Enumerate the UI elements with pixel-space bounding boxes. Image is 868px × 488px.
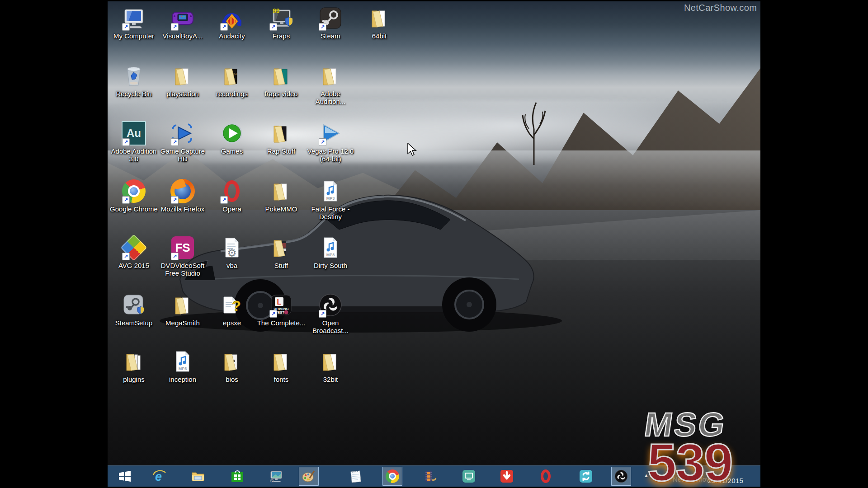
taskbar-item-notepad[interactable] bbox=[346, 467, 366, 486]
taskbar-item-internet-explorer[interactable]: e bbox=[150, 467, 170, 486]
desktop-icon-label: 64bit bbox=[372, 32, 387, 40]
desktop-icon-label: plugins bbox=[123, 375, 145, 383]
svg-text:MP3: MP3 bbox=[179, 366, 187, 371]
folder-video-icon bbox=[268, 63, 294, 89]
teal-monitor-icon bbox=[462, 469, 476, 483]
svg-text:⚙: ⚙ bbox=[227, 247, 237, 259]
taskbar-item-downloader[interactable] bbox=[497, 467, 517, 486]
desktop-icon-label: 32bit bbox=[323, 375, 338, 383]
desktop-icon-label: Games bbox=[221, 147, 243, 155]
desktop-icon-label: Fraps bbox=[273, 32, 290, 40]
mp3-file-icon: MP3 bbox=[317, 235, 344, 261]
desktop-icon-epsxe[interactable]: ?epsxe bbox=[208, 292, 256, 327]
desktop-icon-label: Audacity bbox=[219, 32, 245, 40]
desktop-icon-label: The Complete... bbox=[257, 319, 306, 327]
desktop-icon-games[interactable]: Games bbox=[208, 120, 256, 155]
shortcut-arrow-badge: ↗ bbox=[171, 196, 179, 204]
desktop-icon-64bit[interactable]: 64bit bbox=[355, 5, 404, 40]
folder-icon bbox=[268, 348, 294, 375]
desktop-icon-vegas-pro-12-0-64-bit[interactable]: ↗Vegas Pro 12.0 (64-bit) bbox=[306, 120, 355, 163]
desktop-icon-fraps[interactable]: 99 ↗Fraps bbox=[257, 5, 306, 40]
desktop-icon-inception[interactable]: MP3inception bbox=[158, 348, 207, 383]
desktop-icon-bios[interactable]: bios bbox=[208, 348, 256, 383]
desktop-icon-fraps-video[interactable]: fraps video bbox=[257, 63, 306, 98]
shortcut-arrow-badge: ↗ bbox=[122, 253, 130, 260]
desktop-icon-rap-stuff[interactable]: Rap Stuff bbox=[257, 120, 306, 155]
desktop-icon-recordings[interactable]: SOULS recordings bbox=[208, 63, 256, 98]
desktop-icon-visualboya[interactable]: ↗VisualBoyA... bbox=[158, 5, 207, 40]
taskbar-item-start[interactable] bbox=[115, 467, 135, 486]
obs-icon: ↗ bbox=[317, 292, 344, 318]
fraps-icon: 99 ↗ bbox=[268, 5, 294, 31]
desktop-icon-the-complete[interactable]: L DRIVING TEST ↗The Complete... bbox=[257, 292, 306, 327]
desktop-icon-label: SteamSetup bbox=[115, 319, 153, 327]
shortcut-arrow-badge: ↗ bbox=[171, 253, 179, 260]
desktop-icon-label: Adobe Audition... bbox=[306, 90, 355, 106]
folder-icon bbox=[317, 348, 344, 375]
desktop-icon-vba[interactable]: ⚙vba bbox=[208, 235, 256, 269]
free-studio-icon: FS↗ bbox=[170, 235, 196, 261]
taskbar-item-paint[interactable] bbox=[299, 467, 319, 486]
paint-palette-icon bbox=[302, 469, 316, 483]
desktop-icon-label: DVDVideoSoft Free Studio bbox=[158, 262, 207, 277]
mp3-file-icon: MP3 bbox=[170, 348, 196, 375]
desktop-icon-adobe-audition[interactable]: Adobe Audition... bbox=[306, 63, 355, 106]
video-frame: ↗My Computer ↗VisualBoyA... ↗Audacity 99… bbox=[0, 0, 868, 488]
taskbar-item-movie-maker[interactable] bbox=[420, 467, 440, 486]
taskbar-item-windows-store[interactable] bbox=[227, 467, 247, 486]
taskbar-item-teal-monitor-app[interactable] bbox=[459, 467, 479, 486]
shortcut-arrow-badge: ↗ bbox=[269, 310, 277, 318]
desktop-icon-fatal-force-destiny[interactable]: MP3Fatal Force - Destiny bbox=[306, 178, 355, 221]
desktop-icon-audacity[interactable]: ↗Audacity bbox=[208, 5, 256, 40]
folder-disc-icon bbox=[219, 348, 245, 375]
desktop-icon-megasmith[interactable]: MegaSmith bbox=[158, 292, 207, 327]
red-download-arrow-icon bbox=[500, 469, 514, 483]
desktop-icon-steam[interactable]: ↗Steam bbox=[306, 5, 355, 40]
svg-text:MP3: MP3 bbox=[326, 196, 335, 201]
desktop-icon-steamsetup[interactable]: SteamSetup bbox=[109, 292, 158, 327]
taskbar-item-obs[interactable] bbox=[611, 467, 631, 486]
desktop-icon-label: PokeMMO bbox=[265, 205, 297, 213]
config-file-icon: ⚙ bbox=[219, 235, 245, 261]
desktop-icon-google-chrome[interactable]: ↗Google Chrome bbox=[109, 178, 158, 213]
desktop-icon-fonts[interactable]: fonts bbox=[257, 348, 306, 383]
svg-text:MP3: MP3 bbox=[326, 253, 335, 257]
shortcut-arrow-badge: ↗ bbox=[171, 138, 179, 146]
taskbar-item-google-chrome[interactable] bbox=[382, 467, 402, 486]
shortcut-arrow-badge: ↗ bbox=[319, 310, 326, 318]
folder-icon bbox=[268, 178, 294, 204]
desktop-icon-mozilla-firefox[interactable]: ↗Mozilla Firefox bbox=[158, 178, 207, 213]
desktop-icon-dirty-south[interactable]: MP3Dirty South bbox=[306, 235, 355, 269]
folder-files-icon bbox=[121, 348, 147, 375]
shortcut-arrow-badge: ↗ bbox=[122, 138, 130, 146]
folder-icon bbox=[317, 63, 344, 89]
desktop-icon-stuff[interactable]: Stuff bbox=[257, 235, 306, 269]
desktop-icon-32bit[interactable]: 32bit bbox=[306, 348, 355, 383]
taskbar-item-file-explorer[interactable] bbox=[188, 467, 208, 486]
shortcut-arrow-badge: ↗ bbox=[122, 23, 130, 31]
desktop-icon-label: Game Capture HD bbox=[158, 147, 207, 163]
chrome-icon bbox=[386, 469, 399, 483]
windows-logo-icon bbox=[118, 469, 132, 483]
avg-icon: ↗ bbox=[121, 235, 147, 261]
taskbar-item-opera[interactable] bbox=[536, 467, 556, 486]
desktop-icon-plugins[interactable]: plugins bbox=[109, 348, 158, 383]
opera-icon bbox=[541, 469, 551, 483]
internet-explorer-icon: e bbox=[152, 469, 167, 483]
notepad-icon bbox=[349, 469, 363, 483]
desktop-icon-avg-2015[interactable]: ↗AVG 2015 bbox=[109, 235, 158, 269]
taskbar-item-display-app[interactable]: ⚙ bbox=[266, 467, 286, 486]
desktop-icon-pokemmo[interactable]: PokeMMO bbox=[257, 178, 306, 213]
desktop-icon-playstation[interactable]: playstation bbox=[158, 63, 207, 98]
driving-test-icon: L DRIVING TEST ↗ bbox=[268, 292, 294, 318]
taskbar-item-sync-app[interactable] bbox=[576, 467, 596, 486]
desktop-icon-adobe-audition-3-0[interactable]: Au↗Adobe Audition 3.0 bbox=[109, 120, 158, 163]
desktop-icon-open-broadcast[interactable]: ↗Open Broadcast... bbox=[306, 292, 355, 335]
desktop-icon-game-capture-hd[interactable]: ↗Game Capture HD bbox=[158, 120, 207, 163]
obs-icon bbox=[614, 469, 628, 483]
desktop-icon-opera[interactable]: ↗Opera bbox=[208, 178, 256, 213]
mouse-cursor bbox=[407, 143, 417, 156]
desktop-icon-dvdvideosoft-free-studio[interactable]: FS↗DVDVideoSoft Free Studio bbox=[158, 235, 207, 277]
desktop-icon-recycle-bin[interactable]: Recycle Bin bbox=[109, 63, 158, 98]
desktop-icon-my-computer[interactable]: ↗My Computer bbox=[109, 5, 158, 40]
